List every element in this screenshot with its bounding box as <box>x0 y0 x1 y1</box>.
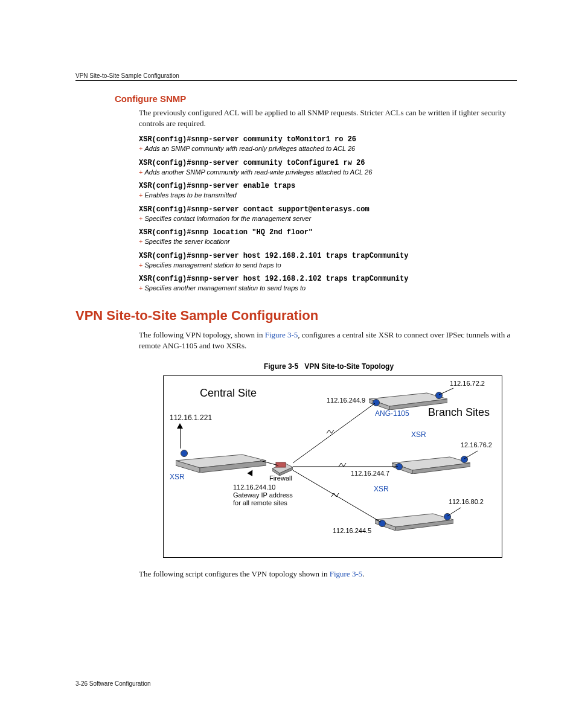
svg-line-19 <box>293 470 381 522</box>
cmd-note: + Specifies the server locationr <box>139 237 519 246</box>
cmd-line: XSR(config)#snmp-server community toMoni… <box>139 135 519 144</box>
figure-link[interactable]: Figure 3-5 <box>265 330 298 339</box>
figure-caption: Figure 3-5 VPN Site-to-Site Topology <box>139 362 519 371</box>
cmd-note-text: Specifies the server locationr <box>144 238 229 245</box>
cmd-note-text: Adds another SNMP community with read-wr… <box>144 168 372 176</box>
label-ip-2449: 112.16.244.9 <box>327 397 365 404</box>
cmd-line: XSR(config)#snmp-server contact support@… <box>139 205 519 214</box>
label-ip-central: 112.16.1.221 <box>170 413 212 422</box>
text: . <box>362 569 364 578</box>
node-icon <box>379 520 386 527</box>
node-icon <box>461 456 468 463</box>
running-head-text: VPN Site-to-Site Sample Configuration <box>75 72 179 79</box>
heading-vpn-site-to-site: VPN Site-to-Site Sample Configuration <box>75 308 519 324</box>
cmd-note: + Specifies another management station t… <box>139 284 519 292</box>
router-icon <box>176 449 266 473</box>
cmd-note: + Adds another SNMP community with read-… <box>139 168 519 176</box>
cmd-line: XSR(config)#snmp-server enable traps <box>139 181 519 191</box>
node-icon <box>435 392 443 399</box>
cmd-note-text: Specifies another management station to … <box>144 284 306 292</box>
label-ip-2445: 112.16.244.5 <box>333 527 371 534</box>
closing-paragraph: The following script configures the VPN … <box>139 569 519 580</box>
svg-rect-6 <box>276 462 286 467</box>
cmd-note-text: Adds an SNMP community with read-only pr… <box>144 145 355 152</box>
cmd-note-text: Specifies management station to send tra… <box>144 261 281 269</box>
figure-number: Figure 3-5 <box>264 362 298 371</box>
label-ip-gateway: 112.16.244.10 <box>233 484 275 491</box>
cmd-note: + Specifies contact information for the … <box>139 214 519 223</box>
device-xsr-branch-2 <box>375 510 453 531</box>
cmd-note-text: Enables traps to be transmitted <box>144 191 236 199</box>
text: The following VPN topology, shown in <box>139 330 265 339</box>
firewall-icon <box>272 458 293 476</box>
content: Configure SNMP The previously configured… <box>115 94 519 579</box>
node-icon <box>444 513 451 520</box>
figure-link[interactable]: Figure 3-5 <box>330 569 363 578</box>
router-icon <box>392 453 470 474</box>
router-icon <box>375 510 453 531</box>
cmd-note: + Specifies management station to send t… <box>139 261 519 269</box>
vpn-intro-paragraph: The following VPN topology, shown in Fig… <box>139 330 519 351</box>
node-icon <box>395 463 403 470</box>
command-block: XSR(config)#snmp-server community toMoni… <box>139 135 519 292</box>
cmd-note: + Adds an SNMP community with read-only … <box>139 144 519 153</box>
label-gateway-desc1: Gateway IP address <box>233 491 293 499</box>
svg-line-17 <box>293 403 375 463</box>
device-xsr-branch-1 <box>392 453 470 474</box>
figure-vpn-topology: Central Site 112.16.1.221 XSR <box>163 375 502 558</box>
label-xsr: XSR <box>411 430 426 439</box>
label-xsr: XSR <box>374 485 389 493</box>
node-icon <box>181 450 188 457</box>
label-gateway-desc2: for all remote sites <box>233 499 287 506</box>
cmd-note-text: Specifies contact information for the ma… <box>144 215 311 222</box>
node-icon <box>373 399 380 406</box>
cmd-line: XSR(config)#snmp-server host 192.168.2.1… <box>139 251 519 261</box>
device-ang-1105 <box>369 389 447 410</box>
label-ip-2447: 112.16.244.7 <box>351 470 389 477</box>
label-xsr: XSR <box>170 473 185 481</box>
label-ip-802: 112.16.80.2 <box>449 498 484 505</box>
figure-title: VPN Site-to-Site Topology <box>304 362 394 371</box>
running-head-rule <box>75 80 517 81</box>
label-ip-762: 12.16.76.2 <box>461 441 492 449</box>
connector-line <box>180 429 181 449</box>
arrow-icon <box>177 423 183 429</box>
page: VPN Site-to-Site Sample Configuration Co… <box>0 0 576 728</box>
text: The following script configures the VPN … <box>139 569 330 578</box>
device-xsr-central <box>176 449 266 473</box>
cmd-line: XSR(config)#snmp location "HQ 2nd floor" <box>139 228 519 237</box>
label-ang-1105: ANG-1105 <box>375 409 409 418</box>
label-ip-722: 112.16.72.2 <box>450 380 485 387</box>
cmd-note: + Enables traps to be transmitted <box>139 191 519 199</box>
router-icon <box>369 389 447 410</box>
running-head: VPN Site-to-Site Sample Configuration <box>75 72 517 81</box>
cmd-line: XSR(config)#snmp-server host 192.168.2.1… <box>139 274 519 284</box>
label-firewall: Firewall <box>269 474 292 482</box>
heading-configure-snmp: Configure SNMP <box>115 94 519 104</box>
label-central-site: Central Site <box>200 387 257 400</box>
intro-paragraph: The previously configured ACL will be ap… <box>139 107 519 129</box>
cmd-line: XSR(config)#snmp-server community toConf… <box>139 158 519 168</box>
page-footer: 3-26 Software Configuration <box>75 680 151 687</box>
